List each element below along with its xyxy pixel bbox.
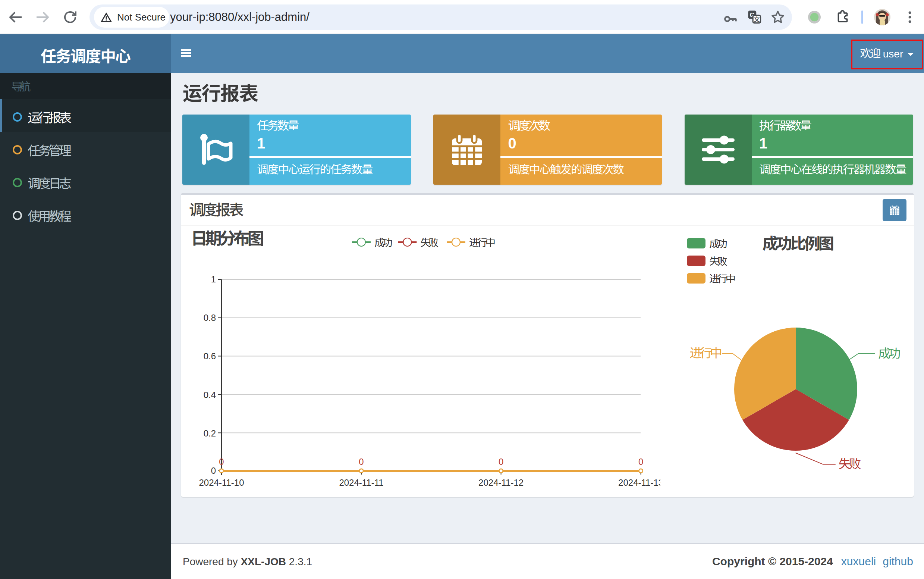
svg-text:文: 文 xyxy=(754,15,760,23)
svg-text:成功: 成功 xyxy=(374,237,392,249)
svg-text:成功: 成功 xyxy=(709,239,727,250)
svg-text:失败: 失败 xyxy=(709,256,728,267)
svg-text:进行中: 进行中 xyxy=(709,273,735,285)
svg-text:进行中: 进行中 xyxy=(689,346,721,360)
svg-text:0: 0 xyxy=(211,466,216,476)
svg-text:0: 0 xyxy=(498,456,503,467)
svg-text:进行中: 进行中 xyxy=(469,237,495,249)
svg-text:日期分布图: 日期分布图 xyxy=(191,229,263,248)
svg-text:0: 0 xyxy=(219,456,224,467)
svg-text:失败: 失败 xyxy=(839,457,860,471)
svg-text:2024-11-10: 2024-11-10 xyxy=(199,478,244,487)
svg-text:0: 0 xyxy=(359,456,364,467)
svg-text:失败: 失败 xyxy=(420,237,439,249)
svg-text:成功比例图: 成功比例图 xyxy=(762,235,833,253)
svg-text:1: 1 xyxy=(211,274,216,284)
svg-text:2024-11-12: 2024-11-12 xyxy=(478,478,524,487)
svg-text:2024-11-11: 2024-11-11 xyxy=(339,478,383,487)
svg-text:成功: 成功 xyxy=(878,347,900,360)
svg-text:2024-11-13: 2024-11-13 xyxy=(618,478,660,487)
svg-text:0.4: 0.4 xyxy=(204,390,216,400)
svg-text:0.6: 0.6 xyxy=(204,351,216,361)
svg-text:0.2: 0.2 xyxy=(204,428,216,438)
svg-text:0: 0 xyxy=(638,456,643,467)
svg-text:0.8: 0.8 xyxy=(204,312,216,323)
